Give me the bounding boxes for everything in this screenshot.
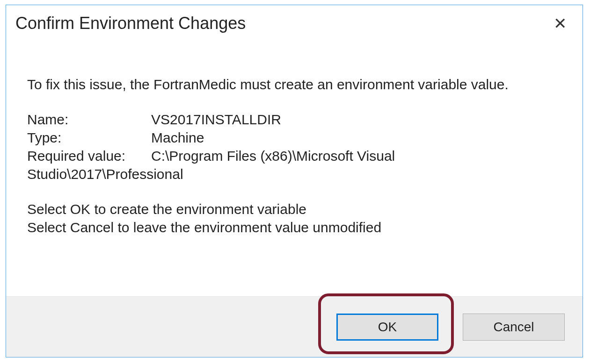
close-icon[interactable]: ✕ [551, 14, 569, 33]
cancel-button[interactable]: Cancel [463, 314, 565, 341]
instruction-cancel: Select Cancel to leave the environment v… [27, 218, 564, 236]
instruction-ok: Select OK to create the environment vari… [27, 200, 564, 218]
type-label: Type: [27, 128, 151, 147]
field-required-value: Required value: C:\Program Files (x86)\M… [27, 147, 564, 183]
field-name: Name: VS2017INSTALLDIR [27, 110, 564, 128]
req-value-line1: C:\Program Files (x86)\Microsoft Visual [151, 147, 564, 165]
title-bar: Confirm Environment Changes ✕ [6, 5, 583, 33]
instructions: Select OK to create the environment vari… [27, 200, 564, 236]
field-type: Type: Machine [27, 128, 564, 147]
name-value: VS2017INSTALLDIR [151, 110, 564, 128]
intro-text: To fix this issue, the FortranMedic must… [27, 75, 564, 93]
ok-button[interactable]: OK [336, 314, 438, 341]
dialog-content: To fix this issue, the FortranMedic must… [6, 33, 583, 296]
type-value: Machine [151, 128, 564, 147]
button-bar: OK Cancel [6, 296, 583, 357]
req-value-line2: Studio\2017\Professional [27, 165, 564, 183]
dialog-title: Confirm Environment Changes [15, 14, 246, 33]
req-label: Required value: [27, 147, 151, 165]
confirm-dialog: Confirm Environment Changes ✕ To fix thi… [6, 5, 583, 357]
name-label: Name: [27, 110, 151, 128]
